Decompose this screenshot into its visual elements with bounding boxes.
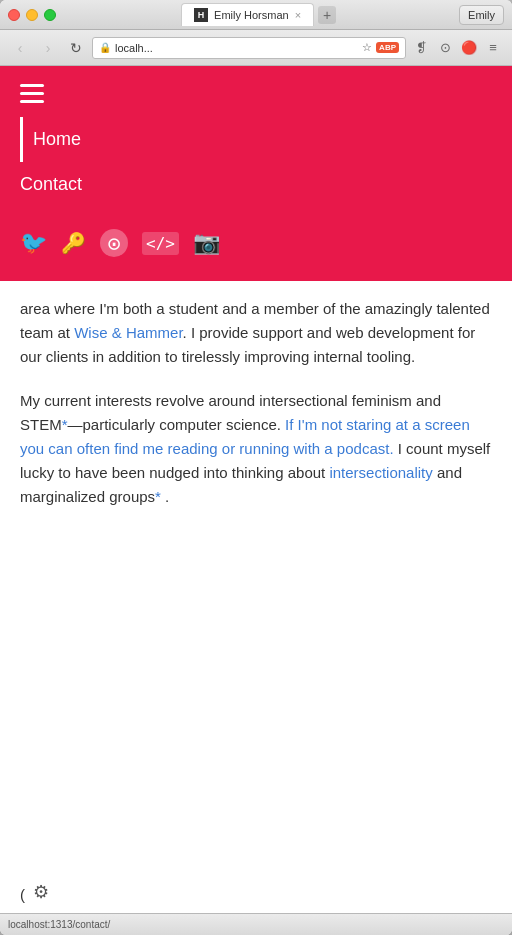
lock-icon: 🔒 xyxy=(99,42,111,53)
minimize-button[interactable] xyxy=(26,9,38,21)
github-icon[interactable]: ⊙ xyxy=(100,229,128,257)
nav-item-contact-label: Contact xyxy=(20,174,82,194)
para2-text5: . xyxy=(161,488,169,505)
menu-items: Home Contact xyxy=(0,117,512,207)
maximize-button[interactable] xyxy=(44,9,56,21)
devto-icon[interactable]: </> xyxy=(142,232,179,255)
address-text: localh... xyxy=(115,42,358,54)
title-bar: H Emily Horsman × + Emily xyxy=(0,0,512,30)
tab-title: Emily Horsman xyxy=(214,9,289,21)
bottom-peek: ( ⚙ xyxy=(0,881,512,913)
star-icon[interactable]: ☆ xyxy=(362,41,372,54)
menu-overlay: Home Contact 🐦 🔑 ⊙ </> 📷 xyxy=(0,66,512,281)
bottom-paren: ( xyxy=(20,886,25,903)
page-content: Home Contact 🐦 🔑 ⊙ </> 📷 area where I'm … xyxy=(0,66,512,913)
paragraph-2: My current interests revolve around inte… xyxy=(20,389,492,509)
extension-icon-3[interactable]: 🔴 xyxy=(458,37,480,59)
hamburger-line-3 xyxy=(20,100,44,103)
nav-bar: ‹ › ↻ 🔒 localh... ☆ ABP ❡ ⊙ 🔴 ≡ xyxy=(0,30,512,66)
hamburger-line-1 xyxy=(20,84,44,87)
key-icon[interactable]: 🔑 xyxy=(61,231,86,255)
instagram-icon[interactable]: 📷 xyxy=(193,230,220,256)
traffic-lights xyxy=(8,9,56,21)
twitter-icon[interactable]: 🐦 xyxy=(20,230,47,256)
nav-item-home-label: Home xyxy=(33,129,81,149)
paragraph-1: area where I'm both a student and a memb… xyxy=(20,297,492,369)
forward-button[interactable]: › xyxy=(36,36,60,60)
browser-window: H Emily Horsman × + Emily ‹ › ↻ 🔒 localh… xyxy=(0,0,512,935)
para2-text2: —particularly computer science. xyxy=(68,416,286,433)
status-url: localhost:1313/contact/ xyxy=(8,919,110,930)
status-bar: localhost:1313/contact/ xyxy=(0,913,512,935)
tab-area: H Emily Horsman × + xyxy=(66,3,451,26)
tab-favicon: H xyxy=(194,8,208,22)
intersectionality-link[interactable]: intersectionality xyxy=(329,464,432,481)
new-tab-button[interactable]: + xyxy=(318,6,336,24)
menu-icon[interactable]: ≡ xyxy=(482,37,504,59)
hamburger-button[interactable] xyxy=(20,84,492,103)
active-tab[interactable]: H Emily Horsman × xyxy=(181,3,314,26)
social-icons-bar: 🐦 🔑 ⊙ </> 📷 xyxy=(0,207,512,281)
wise-hammer-link[interactable]: Wise & Hammer xyxy=(74,324,182,341)
profile-button[interactable]: Emily xyxy=(459,5,504,25)
nav-item-home[interactable]: Home xyxy=(20,117,492,162)
bottom-icon: ⚙ xyxy=(33,881,49,903)
extension-icon-1[interactable]: ❡ xyxy=(410,37,432,59)
hamburger-area xyxy=(0,66,512,117)
back-button[interactable]: ‹ xyxy=(8,36,32,60)
refresh-button[interactable]: ↻ xyxy=(64,36,88,60)
close-button[interactable] xyxy=(8,9,20,21)
adblock-badge[interactable]: ABP xyxy=(376,42,399,53)
hamburger-line-2 xyxy=(20,92,44,95)
address-bar[interactable]: 🔒 localh... ☆ ABP xyxy=(92,37,406,59)
nav-icons-right: ❡ ⊙ 🔴 ≡ xyxy=(410,37,504,59)
extension-icon-2[interactable]: ⊙ xyxy=(434,37,456,59)
tab-close-icon[interactable]: × xyxy=(295,9,301,21)
article-content: area where I'm both a student and a memb… xyxy=(0,281,512,881)
nav-item-contact[interactable]: Contact xyxy=(20,162,492,207)
